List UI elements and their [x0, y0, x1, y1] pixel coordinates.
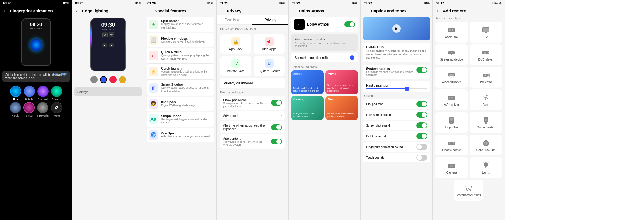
- sf-item-quick-return[interactable]: ↩ Quick Return Quickly go back to an app…: [147, 48, 214, 63]
- edge-icon-btn-1: ⊙: [102, 32, 108, 37]
- back-arrow-p5[interactable]: ←: [292, 8, 296, 14]
- sound-card-music[interactable]: Music Balanced and rich sounds, perfect …: [325, 96, 358, 120]
- dolby-toggle-switch[interactable]: [344, 21, 355, 27]
- toggle-switch-clipboard[interactable]: [271, 124, 282, 130]
- tab-permissions[interactable]: Permissions: [217, 15, 252, 24]
- system-haptics-desc: Get haptic feedback for touches, swipes …: [366, 70, 416, 76]
- sf-item-simple-mode[interactable]: Aa Simple mode Get larger text, bigger i…: [147, 112, 214, 127]
- phone-time-p1: 09:30: [30, 22, 42, 27]
- back-arrow-p6[interactable]: ←: [364, 8, 368, 14]
- svg-line-48: [488, 162, 488, 163]
- toggle-screenshot[interactable]: [416, 122, 427, 128]
- privacy-dashboard-row[interactable]: Privacy dashboard ›: [220, 78, 285, 88]
- svg-point-3: [454, 30, 454, 30]
- privacy-card-private-safe[interactable]: 🛡 Private Safe: [220, 56, 251, 76]
- toggle-dial-pad[interactable]: [416, 101, 427, 107]
- scenario-row[interactable]: Scenario-specific profile: [291, 53, 358, 62]
- remote-card-camera[interactable]: Camera: [435, 157, 468, 178]
- swatch-red[interactable]: [109, 76, 117, 83]
- remote-card-lights[interactable]: Lights: [470, 157, 502, 178]
- privacy-panel: 03:21 80% ← Privacy Permissions Privacy …: [216, 0, 288, 220]
- remote-card-curtains[interactable]: Motorised curtains: [454, 180, 483, 201]
- projector-icon: [482, 71, 490, 79]
- sounds-section-label: Sounds: [361, 93, 432, 99]
- svg-rect-5: [483, 28, 489, 32]
- time-p5: 03:22: [292, 1, 300, 5]
- toggle-touch-sounds[interactable]: [416, 155, 427, 161]
- remote-card-projector[interactable]: Projector: [470, 67, 502, 88]
- sf-item-kid-space[interactable]: 🧒 Kid Space Digital Wellbeing starts ear…: [147, 97, 214, 111]
- toggle-switch-show-password[interactable]: [271, 100, 282, 106]
- remote-card-air-purifier[interactable]: Air purifier: [435, 112, 468, 133]
- fp-label-stripe: Stripe: [26, 114, 33, 117]
- remote-card-tv[interactable]: TV: [470, 22, 502, 43]
- svg-rect-32: [448, 142, 455, 145]
- fp-item-bubble[interactable]: Bubble: [24, 86, 35, 101]
- haptics-play-button[interactable]: ▶: [392, 24, 401, 33]
- sf-item-zen-space[interactable]: 🌀 Zen Space A flexible app that helps yo…: [147, 128, 214, 142]
- haptics-tones-panel: 03:22 80% ← Haptics and tones ▶ O-HAPTIC…: [360, 0, 432, 220]
- time-p1: 03:20: [3, 1, 11, 5]
- sf-item-quick-launch[interactable]: ⚡ Quick launch Access frequently used fu…: [147, 64, 214, 80]
- sound-toggle-fingerprint-anim: Fingerprint animation sound: [363, 142, 430, 152]
- sf-item-flexible-windows[interactable]: ⬜ Flexible windows Get more done with fl…: [147, 33, 214, 47]
- fp-item-stripe[interactable]: Stripe: [23, 102, 35, 117]
- fp-item-ripple[interactable]: Ripple: [10, 102, 21, 117]
- header-p2: ← Edge lighting: [72, 7, 144, 15]
- back-arrow-p2[interactable]: ←: [75, 8, 80, 14]
- fp-item-fizz[interactable]: Fizz: [10, 86, 21, 101]
- remote-card-water-heater[interactable]: Water heater: [470, 112, 502, 133]
- hide-apps-icon: 👁: [265, 37, 274, 46]
- edge-glow-left: [90, 24, 92, 48]
- toggle-advanced[interactable]: Advanced ›: [220, 111, 285, 120]
- special-features-panel: 03:20 81% ← Special features ⊞ Split scr…: [144, 0, 216, 220]
- svg-rect-26: [450, 118, 453, 121]
- time-p2: 03:20: [75, 1, 83, 5]
- remote-card-av-receiver[interactable]: AV receiver: [435, 89, 468, 110]
- sound-card-gaming[interactable]: Gaming As if you were at the eSports are…: [291, 96, 324, 120]
- privacy-card-app-lock[interactable]: 🔒 App Lock: [220, 34, 251, 54]
- fp-item-stardust[interactable]: Stardust: [37, 86, 49, 101]
- fp-item-none[interactable]: ⊘ None: [51, 102, 62, 117]
- back-arrow-p4[interactable]: ←: [220, 8, 224, 14]
- back-arrow-p1[interactable]: ←: [3, 8, 8, 14]
- sf-item-smart-sidebar[interactable]: ◧ Smart Sidebar Quickly launch apps or a…: [147, 80, 214, 96]
- remote-card-ac[interactable]: Air conditioner: [435, 67, 468, 88]
- cable-box-icon: [447, 26, 456, 34]
- system-haptics-toggle[interactable]: [416, 67, 427, 73]
- swatch-blue[interactable]: [100, 76, 107, 83]
- intensity-slider[interactable]: [366, 88, 427, 89]
- remote-card-dvd[interactable]: DVD player: [470, 44, 502, 65]
- fp-item-fireworks[interactable]: Fireworks: [37, 102, 49, 117]
- toggle-switch-app-content[interactable]: [271, 139, 282, 144]
- remote-card-fans[interactable]: Fans: [470, 89, 502, 110]
- air-conditioner-icon: [447, 71, 456, 79]
- remote-card-cable-box[interactable]: Cable box: [435, 22, 468, 43]
- status-bar-p3: 03:20 81%: [144, 0, 216, 7]
- remote-card-streaming[interactable]: Streaming device: [435, 44, 468, 65]
- water-heater-label: Water heater: [477, 126, 494, 129]
- back-arrow-p7[interactable]: ←: [436, 8, 441, 14]
- sf-icon-smart-sidebar: ◧: [149, 83, 158, 93]
- back-arrow-p3[interactable]: ←: [147, 8, 152, 14]
- tab-privacy[interactable]: Privacy: [252, 15, 288, 25]
- streaming-device-icon: [447, 48, 456, 57]
- sound-card-smart[interactable]: Smart Adapts to different media content …: [291, 70, 324, 94]
- fp-item-cosmos[interactable]: Cosmos: [51, 86, 62, 101]
- privacy-card-hide-apps[interactable]: 👁 Hide Apps: [254, 34, 285, 54]
- svg-rect-29: [485, 123, 486, 124]
- privacy-card-system-cloner[interactable]: ⧉ System Cloner: [254, 56, 285, 76]
- remote-card-robot-vacuum[interactable]: Robot vacuum: [470, 135, 502, 155]
- system-haptics-row: System haptics Get haptic feedback for t…: [363, 65, 430, 79]
- fans-label: Fans: [483, 103, 489, 106]
- time-p7: 03:17: [436, 1, 444, 5]
- toggle-deletion[interactable]: [416, 133, 427, 139]
- sf-item-split-screen[interactable]: ⊞ Split screen Display two apps at once …: [147, 17, 214, 32]
- remote-card-electric-heater[interactable]: Electric heater: [435, 135, 468, 155]
- sound-toggle-screenshot: Screenshot sound: [363, 121, 430, 130]
- sound-card-movie[interactable]: Movie Stereo sounds and clear vocals for…: [325, 70, 358, 94]
- toggle-lock-screen[interactable]: [416, 112, 427, 118]
- swatch-gray[interactable]: [90, 76, 98, 83]
- toggle-fingerprint-anim[interactable]: [416, 144, 427, 150]
- swatch-gold[interactable]: [119, 76, 126, 83]
